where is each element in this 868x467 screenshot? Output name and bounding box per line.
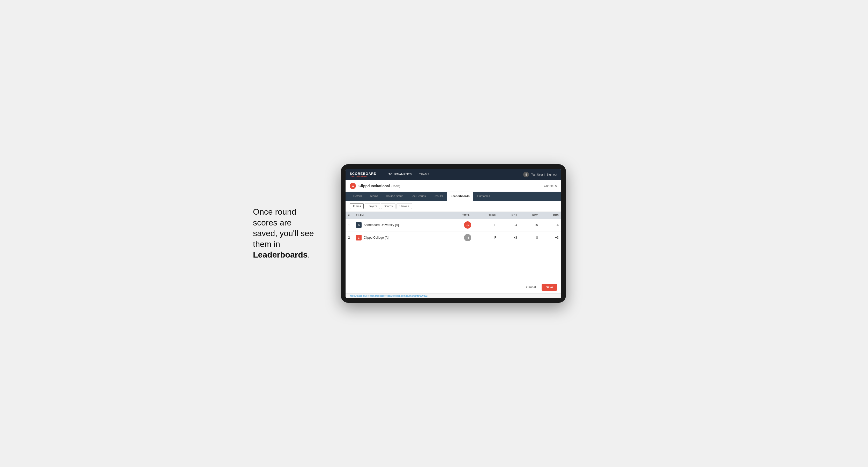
col-rank: # bbox=[345, 212, 353, 219]
tab-teams[interactable]: Teams bbox=[366, 192, 382, 201]
left-text-line2: scores are bbox=[253, 218, 291, 227]
cell-rank-0: 1 bbox=[345, 219, 353, 231]
col-team: Team bbox=[353, 212, 446, 219]
nav-bar: SCOREBOARD Powered by clippd Tournaments… bbox=[345, 169, 561, 180]
nav-user-text: Test User | bbox=[531, 173, 545, 176]
cell-rd2-1: -8 bbox=[520, 231, 540, 244]
team-name-0: Scoreboard University [A] bbox=[364, 223, 399, 227]
tab-navigation: Details Teams Course Setup Tee Groups Re… bbox=[345, 192, 561, 201]
tournament-header: C Clippd Invitational (Men) Cancel ✕ bbox=[345, 180, 561, 192]
cell-thru-0: F bbox=[474, 219, 499, 231]
cell-team-1: C Clippd College [A] bbox=[353, 231, 446, 244]
avatar: S bbox=[523, 172, 529, 177]
cell-team-0: S Scoreboard University [A] bbox=[353, 219, 446, 231]
tournament-name: Clippd Invitational bbox=[359, 184, 390, 188]
score-badge-1: +3 bbox=[464, 234, 471, 241]
leaderboard-content: # Team Total Thru RD1 RD2 RD3 1 S bbox=[345, 212, 561, 281]
nav-right: S Test User | Sign out bbox=[523, 172, 557, 177]
nav-link-tournaments[interactable]: Tournaments bbox=[385, 169, 415, 180]
cell-rank-1: 2 bbox=[345, 231, 353, 244]
sub-tab-strokes[interactable]: Strokes bbox=[397, 203, 412, 209]
col-total: Total bbox=[446, 212, 474, 219]
left-text-bold: Leaderboards bbox=[253, 250, 308, 259]
sub-tab-teams[interactable]: Teams bbox=[350, 203, 364, 209]
left-description: Once round scores are saved, you'll see … bbox=[253, 207, 326, 260]
tournament-cancel-button[interactable]: Cancel ✕ bbox=[544, 184, 557, 188]
tab-leaderboards[interactable]: Leaderboards bbox=[447, 192, 473, 201]
cell-rd3-0: -6 bbox=[540, 219, 561, 231]
cell-total-1: +3 bbox=[446, 231, 474, 244]
modal-footer: Cancel Save bbox=[345, 281, 561, 293]
left-text-line3: saved, you'll see bbox=[253, 228, 314, 238]
tab-results[interactable]: Results bbox=[430, 192, 447, 201]
team-logo-1: C bbox=[356, 235, 362, 241]
col-rd3: RD3 bbox=[540, 212, 561, 219]
app-logo: SCOREBOARD Powered by clippd bbox=[350, 172, 377, 177]
tablet-screen: SCOREBOARD Powered by clippd Tournaments… bbox=[345, 169, 561, 298]
nav-link-teams[interactable]: Teams bbox=[415, 169, 433, 180]
sign-out-link[interactable]: Sign out bbox=[547, 173, 557, 176]
cell-rd1-0: -4 bbox=[499, 219, 520, 231]
tab-course-setup[interactable]: Course Setup bbox=[382, 192, 407, 201]
tournament-icon: C bbox=[350, 183, 356, 189]
col-thru: Thru bbox=[474, 212, 499, 219]
logo-sub: Powered by clippd bbox=[350, 175, 377, 177]
table-row: 1 S Scoreboard University [A] -5 F -4 +5… bbox=[345, 219, 561, 231]
team-name-1: Clippd College [A] bbox=[364, 236, 389, 240]
col-rd1: RD1 bbox=[499, 212, 520, 219]
cell-thru-1: F bbox=[474, 231, 499, 244]
cell-rd1-1: +8 bbox=[499, 231, 520, 244]
nav-links: Tournaments Teams bbox=[385, 169, 433, 180]
tab-printables[interactable]: Printables bbox=[474, 192, 494, 201]
left-text-line4: them in bbox=[253, 240, 280, 249]
url-bar: https://stage-blue-coach.stagesscoreboar… bbox=[345, 293, 561, 298]
cell-rd2-0: +5 bbox=[520, 219, 540, 231]
tab-details[interactable]: Details bbox=[350, 192, 366, 201]
left-text-line1: Once round bbox=[253, 207, 296, 216]
tab-tee-groups[interactable]: Tee Groups bbox=[407, 192, 429, 201]
save-button[interactable]: Save bbox=[541, 284, 557, 291]
cell-total-0: -5 bbox=[446, 219, 474, 231]
cancel-button[interactable]: Cancel bbox=[523, 284, 539, 291]
sub-tab-players[interactable]: Players bbox=[365, 203, 380, 209]
sub-tab-scores[interactable]: Scores bbox=[381, 203, 396, 209]
tablet-device: SCOREBOARD Powered by clippd Tournaments… bbox=[341, 164, 566, 303]
team-logo-0: S bbox=[356, 222, 362, 228]
table-header-row: # Team Total Thru RD1 RD2 RD3 bbox=[345, 212, 561, 219]
tournament-gender: (Men) bbox=[391, 184, 400, 188]
sub-tab-group: Teams Players Scores Strokes bbox=[345, 201, 561, 212]
cell-rd3-1: +3 bbox=[540, 231, 561, 244]
score-badge-0: -5 bbox=[464, 221, 471, 228]
col-rd2: RD2 bbox=[520, 212, 540, 219]
table-row: 2 C Clippd College [A] +3 F +8 -8 +3 bbox=[345, 231, 561, 244]
url-text: https://stage-blue-coach.stagesscoreboar… bbox=[350, 294, 428, 297]
leaderboard-table: # Team Total Thru RD1 RD2 RD3 1 S bbox=[345, 212, 561, 244]
